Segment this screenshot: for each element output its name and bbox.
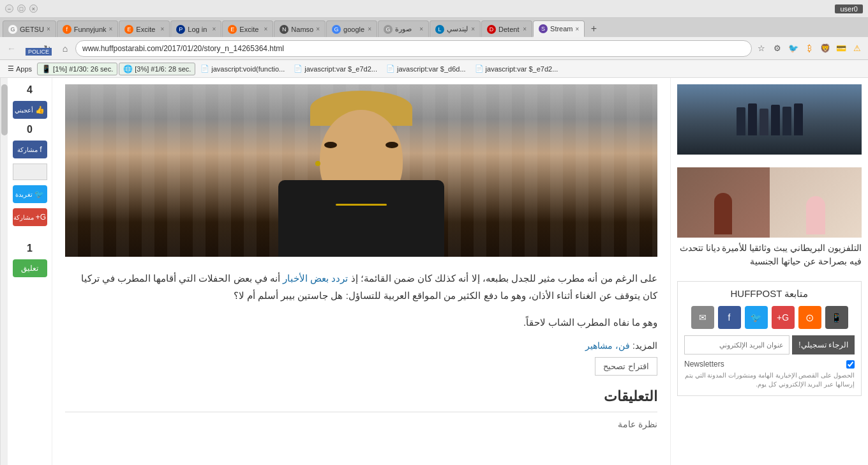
tab-close-icon[interactable]: × — [523, 26, 527, 33]
tab-close-icon[interactable]: × — [316, 26, 320, 33]
share-facebook-button[interactable]: f مشاركة — [13, 141, 47, 158]
follow-twitter-btn[interactable]: 🐦 — [745, 306, 768, 329]
extensions-button[interactable]: ⚙ — [770, 42, 784, 56]
tab-close-icon[interactable]: × — [264, 26, 268, 33]
address-bar[interactable] — [75, 40, 752, 57]
share-box — [13, 164, 47, 180]
bookmark-js4-label: javascript:var $_e7d2... — [486, 65, 558, 73]
bookmark-js2-icon: 📄 — [294, 65, 303, 73]
more-links[interactable]: فن، مشاهير — [585, 340, 630, 351]
like-button[interactable]: 👍 أعجبني — [13, 101, 47, 119]
follow-google-btn[interactable]: G+ — [772, 306, 795, 329]
tab-tab6[interactable]: N Namso × — [274, 20, 326, 37]
tab-tab9[interactable]: L ليندسي × — [430, 20, 481, 37]
twitter-tweet-icon: 🐦 — [34, 190, 44, 199]
tab-tab1[interactable]: G GETSU × — [3, 20, 56, 37]
bookmark-star-button[interactable]: ☆ — [754, 42, 768, 56]
scroll-thumb[interactable] — [1, 84, 8, 135]
follow-mobile-btn[interactable]: 📱 — [825, 306, 848, 329]
tab-favicon: N — [280, 25, 288, 34]
police-image: POLICE — [677, 84, 862, 155]
user-badge: user0 — [835, 4, 863, 13]
tab-close-icon[interactable]: × — [576, 26, 580, 33]
newsletter-label: Newsletters — [684, 360, 724, 369]
main-article: على الرغم من أنه مطرب مثير للجدل بطبعه، … — [52, 78, 670, 465]
tab-tab2[interactable]: f Funnyjunk × — [57, 20, 119, 37]
minimize-button[interactable]: − — [5, 4, 13, 13]
tab-close-icon[interactable]: × — [47, 26, 50, 33]
bookmark-3pct-label: [3%] #1/6: 28 sec. — [135, 65, 191, 73]
google-plus-button[interactable]: G+ مشاركة — [13, 208, 47, 226]
follow-description: الحصول على القصص الإخبارية الهامة ومنشور… — [684, 371, 855, 389]
bookmark-js1[interactable]: 📄 javascript:void(functio... — [197, 63, 288, 74]
twitter-icon-btn[interactable]: 🐦 — [786, 42, 800, 56]
bookmark-js4[interactable]: 📄 javascript:var $_e7d2... — [471, 63, 562, 74]
newsletter-checkbox[interactable] — [846, 360, 855, 369]
hero-image — [65, 84, 657, 257]
newsletter-row: Newsletters — [684, 360, 855, 369]
tab-close-icon[interactable]: × — [213, 26, 216, 33]
wallet-icon-btn[interactable]: 💳 — [834, 42, 848, 56]
comment-button[interactable]: تعليق — [13, 259, 47, 277]
article-link[interactable]: تردد بعض الأخبار — [283, 273, 348, 284]
tab-favicon: G — [384, 25, 393, 34]
tab-close-icon[interactable]: × — [161, 26, 165, 33]
suggest-correction-button[interactable]: اقتراح تصحيح — [595, 357, 657, 376]
follow-facebook-btn[interactable]: f — [718, 306, 741, 329]
apps-icon: ☰ — [8, 65, 14, 73]
sidebar-news-item-police[interactable]: POLICE — [677, 84, 862, 155]
tab-tab5[interactable]: E Excite × — [222, 20, 273, 37]
home-button[interactable]: ⌂ — [57, 41, 73, 56]
tab-label: google — [343, 26, 365, 33]
bookmark-js2[interactable]: 📄 javascript:var $_e7d2... — [290, 63, 381, 74]
page-content: POLICE التلفزيون البريطاني يبث وثائقيا ل… — [0, 78, 868, 465]
content-area: POLICE التلفزيون البريطاني يبث وثائقيا ل… — [0, 78, 868, 465]
bookmark-3pct[interactable]: 🌐 [3%] #1/6: 28 sec. — [119, 63, 195, 75]
tweet-button[interactable]: 🐦 تغريدة — [13, 185, 47, 203]
tab-tab8[interactable]: G صورة × — [378, 20, 429, 37]
follow-rss-btn[interactable]: ⊙ — [798, 306, 821, 329]
tab-tab4[interactable]: P Log in × — [170, 20, 221, 37]
bookmark-js3[interactable]: 📄 javascript:var $_d6d... — [382, 63, 470, 74]
article-text-part1: على الرغم من أنه مطرب مثير للجدل بطبعه، … — [348, 273, 657, 284]
back-button[interactable]: ← — [4, 41, 19, 56]
toolbar: ← → ↻ ⌂ ☆ ⚙ 🐦 ₿ 🦁 💳 ⚠ — [0, 37, 868, 60]
tab-tab3[interactable]: E Excite × — [119, 20, 170, 37]
comments-subtitle: نظرة عامة — [65, 419, 657, 429]
follow-email-btn[interactable]: ✉ — [691, 306, 714, 329]
alert-icon-btn[interactable]: ⚠ — [850, 42, 864, 56]
subscribe-button[interactable]: الرجاء تسجيلي! — [792, 335, 855, 354]
google-plus-icon: G+ — [36, 213, 46, 222]
brave-icon-btn[interactable]: 🦁 — [818, 42, 832, 56]
scrollbar[interactable] — [0, 78, 8, 465]
tab-favicon: P — [176, 25, 185, 34]
share-count: 0 — [27, 124, 33, 135]
comment-count: 1 — [27, 243, 33, 254]
tab-close-icon[interactable]: × — [368, 26, 371, 33]
window-controls: − □ × — [5, 4, 38, 13]
tab-tab10[interactable]: D Detent × — [481, 20, 532, 37]
article-body-part3: وهو ما نفاه المطرب الشاب لاحقاً. — [65, 314, 657, 331]
new-tab-button[interactable]: + — [585, 20, 602, 37]
tab-close-icon[interactable]: × — [471, 26, 475, 33]
follow-icons: 📱 ⊙ G+ 🐦 f ✉ — [684, 306, 855, 329]
more-label: المزيد: — [630, 340, 657, 351]
tab-close-icon[interactable]: × — [419, 26, 423, 33]
facebook-share-icon: f — [40, 145, 41, 154]
maximize-button[interactable]: □ — [17, 4, 26, 13]
bookmark-1pct[interactable]: 📱 [1%] #1/30: 26 sec. — [37, 63, 117, 75]
sidebar-news-item-diana[interactable]: التلفزيون البريطاني يبث وثائقيا للأميرة … — [677, 167, 862, 268]
tab-tab11[interactable]: S Stream × — [533, 20, 585, 37]
bookmark-js1-label: javascript:void(functio... — [211, 65, 285, 73]
tab-label: صورة — [395, 25, 417, 33]
tab-label: Namso — [291, 26, 313, 33]
tab-tab7[interactable]: G google × — [326, 20, 377, 37]
close-button[interactable]: × — [29, 4, 38, 13]
bitcoin-icon-btn[interactable]: ₿ — [802, 42, 816, 56]
email-input[interactable] — [684, 335, 789, 354]
bookmark-apps[interactable]: ☰ Apps — [4, 63, 36, 74]
email-subscribe-form: الرجاء تسجيلي! — [684, 335, 855, 354]
tab-close-icon[interactable]: × — [109, 26, 113, 33]
tab-favicon: S — [539, 24, 548, 33]
bookmark-js3-label: javascript:var $_d6d... — [397, 65, 466, 73]
